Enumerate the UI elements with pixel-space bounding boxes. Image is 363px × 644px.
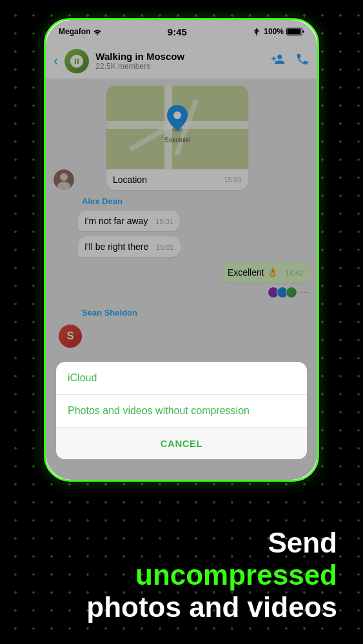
caption-line1: Send bbox=[26, 527, 337, 559]
action-sheet: iCloud Photos and videos without compres… bbox=[56, 362, 307, 459]
action-sheet-title: iCloud bbox=[56, 362, 307, 395]
action-sheet-option1[interactable]: Photos and videos without compression bbox=[56, 395, 307, 428]
caption-line3: photos and videos bbox=[26, 591, 337, 623]
caption-line2: uncompressed bbox=[26, 559, 337, 591]
bottom-caption: Send uncompressed photos and videos bbox=[0, 527, 363, 623]
chat-body: Sokolniki Location 15:01 Alex Dean I'm n… bbox=[46, 79, 317, 482]
cancel-button[interactable]: CANCEL bbox=[56, 428, 307, 459]
action-sheet-overlay: iCloud Photos and videos without compres… bbox=[46, 79, 317, 480]
phone-frame: Megafon 9:45 100% ‹ bbox=[44, 18, 319, 482]
